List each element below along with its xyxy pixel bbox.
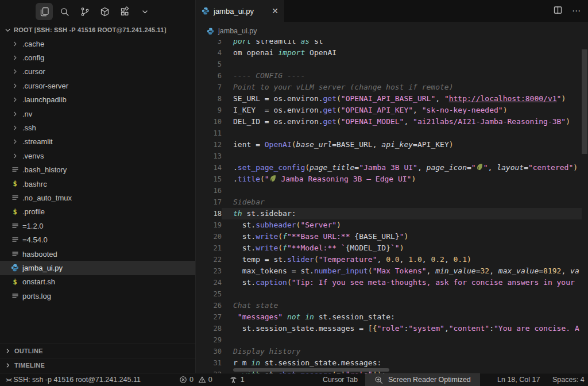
line-number: 26 <box>196 300 222 311</box>
code-line-4[interactable]: 4om openai import OpenAI <box>196 47 588 59</box>
code-line-5[interactable]: 5 <box>196 59 588 70</box>
code-line-14[interactable]: 14.set_page_config(page_title="Jamba 3B … <box>196 162 588 173</box>
folder-row--config[interactable]: .config <box>0 51 195 64</box>
code-token: ) <box>566 117 570 126</box>
shell-file-icon: $ <box>11 208 19 216</box>
file-row--bash-history[interactable]: .bash_history <box>0 163 195 177</box>
file-row-onstart-sh[interactable]: $onstart.sh <box>0 275 195 289</box>
screen-reader-label: Screen Reader Optimized <box>388 376 471 384</box>
source-control-icon[interactable] <box>76 3 93 20</box>
code-line-20[interactable]: 20 st.write(f"**Base URL:** {BASE_URL}") <box>196 231 588 242</box>
folder-row--cursor-server[interactable]: .cursor-server <box>0 79 195 92</box>
code-token: 0.0 <box>386 255 399 264</box>
code-text <box>222 128 588 139</box>
code-line-17[interactable]: 17Sidebar <box>196 196 588 208</box>
file-row-jamba-ui-py[interactable]: jamba_ui.py <box>0 261 195 275</box>
folder-row--cache[interactable]: .cache <box>0 37 195 51</box>
file-row--profile[interactable]: $.profile <box>0 205 195 219</box>
code-line-7[interactable]: 7Point to your vLLM server (change host … <box>196 82 588 93</box>
code-line-29[interactable]: 29 <box>196 334 588 346</box>
folder-row--venvs[interactable]: .venvs <box>0 149 195 163</box>
code-line-9[interactable]: 9I_KEY = os.environ.get("OPENAI_API_KEY"… <box>196 105 588 116</box>
extensions-icon[interactable] <box>116 3 133 20</box>
code-token: . <box>233 175 238 183</box>
folder-row--cursor[interactable]: .cursor <box>0 65 195 79</box>
breadcrumb[interactable]: jamba_ui.py <box>196 22 588 40</box>
folder-row--ssh[interactable]: .ssh <box>0 121 195 134</box>
file-row--1-2-0[interactable]: =1.2.0 <box>0 219 195 233</box>
code-line-22[interactable]: 22 temp = st.slider("Temperature", 0.0, … <box>196 254 588 265</box>
folder-row--launchpadlib[interactable]: .launchpadlib <box>0 93 195 107</box>
code-token: va <box>570 267 579 275</box>
code-token: ) <box>467 255 471 264</box>
code-line-15[interactable]: 15.title(" Jamba Reasoning 3B — Edge UI"… <box>196 173 588 185</box>
code-editor[interactable]: 3port streamlit as st4om openai import O… <box>196 40 588 373</box>
remote-status[interactable]: >< SSH: ssh -p 41516 root@71.241.245.11 <box>6 376 141 384</box>
code-line-8[interactable]: 8SE_URL = os.environ.get("OPENAI_API_BAS… <box>196 93 588 105</box>
code-token: ) <box>573 163 578 172</box>
line-number: 20 <box>196 231 222 242</box>
code-token: , <box>444 255 454 264</box>
problems-status[interactable]: 0 0 <box>179 376 212 384</box>
horizontal-scrollbar[interactable] <box>233 368 389 372</box>
code-token: Display history <box>233 347 300 356</box>
cursor-tab-status[interactable]: Cursor Tab <box>323 373 358 386</box>
tab-close-icon[interactable]: ✕ <box>272 6 278 16</box>
code-text: st.caption("Tip: If you see meta-thought… <box>222 277 588 288</box>
code-line-3[interactable]: 3port streamlit as st <box>196 40 588 47</box>
vertical-scrollbar[interactable] <box>582 49 587 154</box>
code-token: "OPENAI_API_KEY" <box>341 106 413 114</box>
folder-row--streamlit[interactable]: .streamlit <box>0 135 195 149</box>
more-views-chevron-icon[interactable] <box>136 3 153 20</box>
explorer-root-header[interactable]: ROOT [SSH: SSH -P 41516 ROOT@71.241.245.… <box>0 23 195 37</box>
code-token: [{ <box>368 324 377 333</box>
code-line-23[interactable]: 23 max_tokens = st.number_input("Max Tok… <box>196 265 588 277</box>
code-line-24[interactable]: 24 st.caption("Tip: If you see meta-thou… <box>196 277 588 288</box>
file-row--no-auto-tmux[interactable]: .no_auto_tmux <box>0 191 195 204</box>
code-line-28[interactable]: 28 st.session_state.messages = [{"role":… <box>196 323 588 334</box>
code-line-27[interactable]: 27 "messages" not in st.session_state: <box>196 311 588 323</box>
code-text: Sidebar <box>222 196 588 208</box>
file-row-ports-log[interactable]: ports.log <box>0 289 195 303</box>
indentation-status[interactable]: Spaces: 4 <box>552 373 585 386</box>
outline-section[interactable]: OUTLINE <box>0 343 195 358</box>
line-number: 32 <box>196 369 222 373</box>
ports-status[interactable]: 1 <box>229 376 245 384</box>
code-token: "Max Tokens" <box>373 267 427 275</box>
code-line-6[interactable]: 6---- CONFIG ---- <box>196 70 588 82</box>
code-text: I_KEY = os.environ.get("OPENAI_API_KEY",… <box>222 105 588 116</box>
code-line-12[interactable]: 12ient = OpenAI(base_url=BASE_URL, api_k… <box>196 139 588 150</box>
code-token: port <box>233 40 251 45</box>
file-row-hasbooted[interactable]: hasbooted <box>0 247 195 261</box>
code-line-31[interactable]: 31r m in st.session_state.messages: <box>196 357 588 369</box>
code-line-16[interactable]: 16 <box>196 185 588 196</box>
code-token: as <box>300 40 310 45</box>
code-line-21[interactable]: 21 st.write(f"**Model:** `{MODEL_ID}`") <box>196 242 588 254</box>
code-line-11[interactable]: 11 <box>196 128 588 139</box>
cursor-position-status[interactable]: Ln 18, Col 17 <box>497 373 540 386</box>
timeline-section[interactable]: TIMELINE <box>0 358 195 372</box>
code-line-13[interactable]: 13 <box>196 150 588 162</box>
folder-name: .cache <box>22 40 44 48</box>
remote-cube-icon[interactable] <box>96 3 113 20</box>
folder-row--nv[interactable]: .nv <box>0 107 195 121</box>
code-line-25[interactable]: 25 <box>196 288 588 300</box>
code-line-18[interactable]: 18th st.sidebar: <box>196 208 588 219</box>
code-line-19[interactable]: 19 st.subheader("Server") <box>196 219 588 231</box>
line-number: 19 <box>196 219 222 231</box>
code-line-30[interactable]: 30Display history <box>196 346 588 357</box>
more-actions-icon[interactable]: ⋯ <box>572 6 581 16</box>
explorer-icon[interactable] <box>36 3 53 20</box>
code-line-26[interactable]: 26Chat state <box>196 300 588 311</box>
file-row--4-54-0[interactable]: =4.54.0 <box>0 233 195 246</box>
line-number: 24 <box>196 277 222 288</box>
code-text <box>222 59 588 70</box>
split-editor-icon[interactable] <box>553 5 563 17</box>
tab-jamba-ui[interactable]: jamba_ui.py ✕ <box>196 0 284 22</box>
code-line-10[interactable]: 10DEL_ID = os.environ.get("OPENAI_MODEL"… <box>196 116 588 128</box>
search-icon[interactable] <box>56 3 73 20</box>
code-token: , <box>377 255 386 264</box>
screen-reader-status[interactable]: Screen Reader Optimized <box>365 373 480 386</box>
code-token: ( <box>305 163 310 172</box>
file-row--bashrc[interactable]: $.bashrc <box>0 177 195 191</box>
